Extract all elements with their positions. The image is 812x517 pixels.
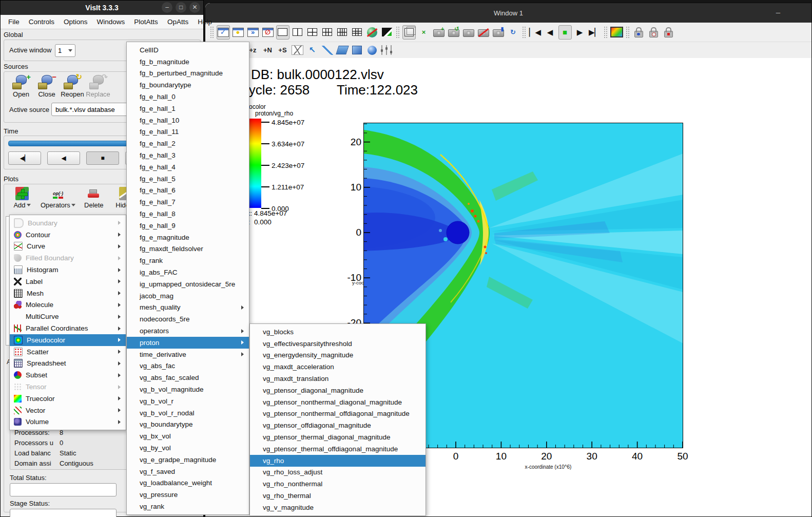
variable-item-fg-e-magnitude[interactable]: fg_e_magnitude xyxy=(127,232,249,243)
variable-item-vg-pressure[interactable]: vg_pressure xyxy=(127,489,249,501)
variable-item-vg-b-vol-r[interactable]: vg_b_vol_r xyxy=(127,395,249,407)
layout-2x3-icon[interactable] xyxy=(321,25,334,40)
variable-item-fg-e-hall-5[interactable]: fg_e_hall_5 xyxy=(127,173,249,185)
variable-item-vg-b-vol-magnitude[interactable]: vg_b_vol_magnitude xyxy=(127,384,249,395)
layout-2x4-icon[interactable] xyxy=(336,25,349,40)
stage-status-input[interactable] xyxy=(10,509,117,517)
variable-item-fg-e-hall-10[interactable]: fg_e_hall_10 xyxy=(127,114,249,126)
clear-views-icon[interactable] xyxy=(477,25,490,40)
add-plot-button[interactable]: Add xyxy=(6,186,38,210)
variable-item-vg-e-gradpe-magnitude[interactable]: vg_e_gradpe_magnitude xyxy=(127,454,249,466)
variable-item-vg-boundarytype[interactable]: vg_boundarytype xyxy=(127,419,249,431)
variable-item-fg-e-hall-6[interactable]: fg_e_hall_6 xyxy=(127,185,249,197)
plot-type-item-pseudocolor[interactable]: Pseudocolor xyxy=(10,334,126,346)
layout-1x2-icon[interactable] xyxy=(291,25,304,40)
variable-item-fg-e-hall-1[interactable]: fg_e_hall_1 xyxy=(127,103,249,114)
variable-item-fg-e-hall-4[interactable]: fg_e_hall_4 xyxy=(127,161,249,173)
variable-item-vg-bx-vol[interactable]: vg_bx_vol xyxy=(127,430,249,442)
box-tool-icon[interactable] xyxy=(351,43,364,58)
menu-windows[interactable]: Windows xyxy=(92,18,130,26)
replace-source-button[interactable]: ↷ Replace xyxy=(85,75,111,98)
line-tool-icon[interactable] xyxy=(321,43,334,58)
variable-item-jacob-mag[interactable]: jacob_mag xyxy=(127,290,249,302)
toolbar-handle[interactable] xyxy=(626,26,630,39)
variable-item-vg-abs-fac[interactable]: vg_abs_fac xyxy=(127,360,249,372)
open-source-button[interactable]: + Open xyxy=(8,75,34,98)
reset-view-icon[interactable]: × xyxy=(417,25,431,40)
plot-type-item-mesh[interactable]: Mesh xyxy=(10,288,126,299)
new-window-icon[interactable]: ● xyxy=(231,25,245,40)
variable-item-fg-boundarytype[interactable]: fg_boundarytype xyxy=(127,79,249,91)
variable-item-operators[interactable]: operators xyxy=(127,325,249,337)
operators-button[interactable]: op(·) Operators xyxy=(38,186,78,210)
lock-time-icon[interactable] xyxy=(647,25,661,40)
variable-item-vg-loadbalance-weight[interactable]: vg_loadbalance_weight xyxy=(127,477,249,489)
menu-controls[interactable]: Controls xyxy=(24,18,59,26)
plot-type-item-truecolor[interactable]: Truecolor xyxy=(10,393,126,405)
proton-variable-item-vg-rho-thermal[interactable]: vg_rho_thermal xyxy=(250,490,426,502)
menu-help[interactable]: Help xyxy=(193,18,217,26)
variable-item-time-derivative[interactable]: time_derivative xyxy=(127,349,249,360)
minimize-icon[interactable]: – xyxy=(773,7,783,17)
active-window-toggle-icon[interactable]: ✓ xyxy=(217,25,230,40)
bbox-navigation-icon[interactable] xyxy=(380,25,394,40)
toolbar-handle[interactable] xyxy=(522,26,526,39)
variable-item-mesh-quality[interactable]: mesh_quality xyxy=(127,302,249,314)
proton-variable-item-vg-energydensity-magnitude[interactable]: vg_energydensity_magnitude xyxy=(250,350,426,361)
plot-type-item-volume[interactable]: Volume xyxy=(10,416,126,428)
plot-type-item-tensor[interactable]: Tensor xyxy=(10,381,126,393)
plot-type-item-vector[interactable]: Vector xyxy=(10,405,126,416)
menu-options[interactable]: Options xyxy=(59,18,92,26)
proton-variable-item-vg-effectivesparsitythreshold[interactable]: vg_effectivesparsitythreshold xyxy=(250,338,426,350)
axis-restriction-icon[interactable] xyxy=(380,43,394,58)
play-reverse-button[interactable]: ◀ xyxy=(47,151,80,165)
timestep-back-icon[interactable]: ▏◀ xyxy=(529,25,542,40)
lock-view-icon[interactable] xyxy=(632,25,646,40)
variable-item-fg-e-hall-7[interactable]: fg_e_hall_7 xyxy=(127,196,249,208)
reopen-source-button[interactable]: ↻ Reopen xyxy=(60,75,85,98)
variable-item-vg-abs-fac-scaled[interactable]: vg_abs_fac_scaled xyxy=(127,372,249,384)
plot-type-item-curve[interactable]: Curve xyxy=(10,241,126,253)
proton-variable-item-vg-ptensor-nonthermal-offdiagonal-magnitude[interactable]: vg_ptensor_nonthermal_offdiagonal_magnit… xyxy=(250,408,426,420)
delete-plot-button[interactable]: Delete xyxy=(78,186,110,210)
variable-item-fg-rank[interactable]: fg_rank xyxy=(127,255,249,266)
variable-item-vg-rank[interactable]: vg_rank xyxy=(127,501,249,512)
proton-variable-item-vg-ptensor-thermal-offdiagonal-magnitude[interactable]: vg_ptensor_thermal_offdiagonal_magnitude xyxy=(250,443,426,455)
variable-item-vg-f-saved[interactable]: vg_f_saved xyxy=(127,466,249,477)
spin-view-icon[interactable] xyxy=(365,25,379,40)
perspective-icon[interactable] xyxy=(402,25,416,40)
layout-2x2-icon[interactable] xyxy=(306,25,319,40)
clone-window-icon[interactable]: » xyxy=(246,25,260,40)
variable-item-fg-e-hall-11[interactable]: fg_e_hall_11 xyxy=(127,126,249,138)
camera-view-icon[interactable] xyxy=(462,25,475,40)
timestep-forward-icon[interactable]: ▶▏ xyxy=(588,25,602,40)
variable-item-fg-e-hall-9[interactable]: fg_e_hall_9 xyxy=(127,220,249,232)
plot-type-item-scatter[interactable]: Scatter xyxy=(10,346,126,358)
plot-type-item-boundary[interactable]: Boundary xyxy=(10,217,126,229)
proton-variable-item-vg-rho-loss-adjust[interactable]: vg_rho_loss_adjust xyxy=(250,467,426,478)
close-icon[interactable]: ✕ xyxy=(189,2,200,13)
variable-item-ig-abs-fac[interactable]: ig_abs_FAC xyxy=(127,266,249,278)
plot-type-item-contour[interactable]: Contour xyxy=(10,229,126,241)
plus-s-icon[interactable]: +S xyxy=(276,43,289,58)
variable-item-fg-e-hall-3[interactable]: fg_e_hall_3 xyxy=(127,149,249,161)
menu-plotatts[interactable]: PlotAtts xyxy=(129,18,163,26)
proton-variable-item-vg-v-magnitude[interactable]: vg_v_magnitude xyxy=(250,502,426,513)
proton-variable-item-vg-rho[interactable]: vg_rho xyxy=(250,455,426,467)
plot-type-item-multicurve[interactable]: MultiCurve xyxy=(10,311,126,322)
variable-item-proton[interactable]: proton xyxy=(127,337,249,349)
variable-item-fg-b-magnitude[interactable]: fg_b_magnitude xyxy=(127,56,249,68)
plus-n-icon[interactable]: +N xyxy=(261,43,275,58)
undo-view-icon[interactable]: ↺ xyxy=(447,25,460,40)
variable-item-vg-by-vol[interactable]: vg_by_vol xyxy=(127,442,249,454)
proton-variable-item-vg-ptensor-offdiagonal-magnitude[interactable]: vg_ptensor_offdiagonal_magnitude xyxy=(250,419,426,431)
maximize-icon[interactable]: □ xyxy=(176,2,186,13)
variable-item-fg-b-perturbed-magnitude[interactable]: fg_b_perturbed_magnitude xyxy=(127,68,249,80)
recenter-view-icon[interactable]: + xyxy=(432,25,446,40)
toolbar-handle[interactable] xyxy=(396,26,400,39)
plot-type-item-histogram[interactable]: Histogram xyxy=(10,264,126,276)
layout-1x1-icon[interactable] xyxy=(276,25,289,40)
viz-window-titlebar[interactable]: Window 1 – xyxy=(205,3,811,23)
save-view-icon[interactable]: ▮ xyxy=(492,25,505,40)
window-image-icon[interactable] xyxy=(610,25,624,40)
